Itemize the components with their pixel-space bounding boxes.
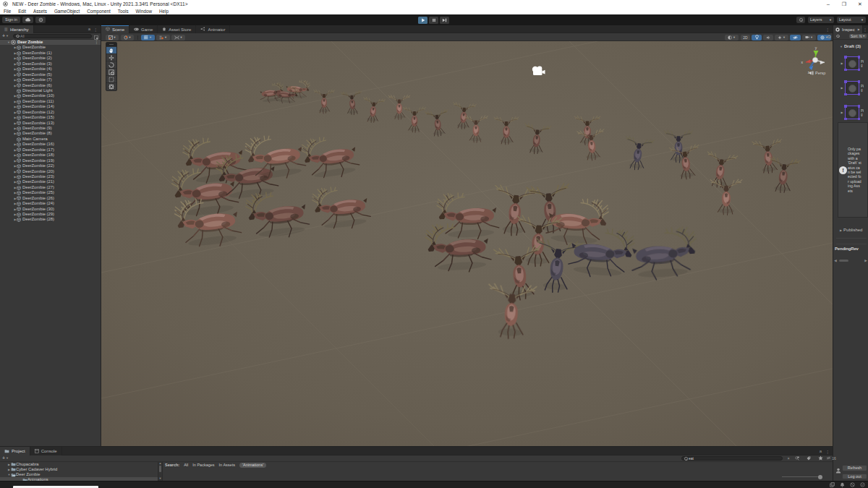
hierarchy-item[interactable]: ▶DeerZombie (14)	[0, 104, 101, 109]
draft-package-item[interactable]: ▶Pkg	[839, 106, 864, 119]
cloud-button[interactable]	[22, 17, 33, 24]
tab-scene[interactable]: Scene	[101, 25, 129, 33]
clear-search-icon[interactable]: ×	[786, 456, 791, 461]
view-tool-button[interactable]	[106, 46, 116, 53]
snap-settings-dropdown[interactable]: ▼	[171, 35, 185, 40]
package-thumbnail[interactable]	[845, 56, 859, 70]
hierarchy-item[interactable]: ▶DeerZombie	[0, 45, 101, 50]
hierarchy-item[interactable]: ▶DeerZombie (5)	[0, 72, 101, 77]
lock-icon[interactable]: a	[88, 27, 90, 31]
hierarchy-item[interactable]: ▶DeerZombie (18)	[0, 153, 101, 158]
settings-button[interactable]	[35, 17, 46, 24]
hierarchy-item[interactable]: ▶DeerZombie (23)	[0, 174, 101, 179]
scene-viewport[interactable]: x y z Persp	[101, 41, 833, 446]
hierarchy-item[interactable]: ▶DeerZombie (30)	[0, 207, 101, 212]
scrollbar-thumb[interactable]	[159, 466, 161, 472]
audio-toggle-button[interactable]	[763, 35, 773, 40]
foldout-arrow-icon[interactable]: ▶	[839, 61, 845, 65]
rect-tool-button[interactable]	[106, 75, 116, 82]
pending-section-header[interactable]: PendingRev	[833, 247, 868, 251]
play-button[interactable]	[418, 17, 427, 24]
menu-component[interactable]: Component	[83, 9, 114, 14]
vertical-scrollbar[interactable]: ▲ ▼	[158, 462, 163, 481]
close-button[interactable]: ✕	[852, 0, 868, 8]
package-thumbnail[interactable]	[845, 106, 859, 119]
layers-dropdown[interactable]: Layers▼	[808, 17, 834, 24]
scroll-up-icon[interactable]: ▲	[158, 462, 162, 465]
favorite-search-icon[interactable]	[816, 455, 825, 461]
hierarchy-item[interactable]: ▶DeerZombie (11)	[0, 99, 101, 104]
hidden-count-button[interactable]: 16	[825, 456, 837, 461]
sort-dropdown[interactable]: Sort: N ▼	[849, 34, 867, 39]
tab-inspector[interactable]: Inspec ▶	[833, 25, 863, 33]
hierarchy-item[interactable]: ▶DeerZombie (27)	[0, 185, 101, 190]
effects-dropdown[interactable]: ▼	[775, 35, 788, 40]
blocked-icon[interactable]	[850, 482, 855, 487]
hierarchy-add-button[interactable]: +▼	[0, 33, 11, 38]
hierarchy-item[interactable]: ▶DeerZombie (25)	[0, 190, 101, 195]
console-stack-icon[interactable]	[830, 482, 835, 487]
2d-toggle-button[interactable]: 2D	[741, 35, 750, 40]
kebab-menu-icon[interactable]: ⋮	[95, 40, 98, 45]
global-search-button[interactable]	[796, 17, 805, 24]
pause-button[interactable]	[429, 17, 438, 24]
draft-package-item[interactable]: ▶Pkg	[839, 81, 864, 95]
hierarchy-item[interactable]: Directional Light	[0, 88, 101, 93]
transform-tool-button[interactable]	[106, 82, 116, 90]
hierarchy-item[interactable]: ▶DeerZombie (7)	[0, 77, 101, 82]
check-circle-icon[interactable]	[860, 482, 865, 487]
hierarchy-item[interactable]: ▶DeerZombie (22)	[0, 163, 101, 168]
snap-increment-dropdown[interactable]: ▼	[156, 35, 170, 40]
menu-file[interactable]: File	[0, 9, 14, 14]
menu-assets[interactable]: Assets	[30, 9, 51, 14]
scene-visibility-button[interactable]	[790, 35, 801, 40]
tab-animator[interactable]: Animator	[196, 25, 230, 33]
draft-section-header[interactable]: ▼ Draft (3)	[833, 44, 868, 48]
hierarchy-item[interactable]: ▶DeerZombie (13)	[0, 121, 101, 126]
refresh-button[interactable]: Refresh	[842, 465, 867, 471]
hierarchy-item[interactable]: ▶DeerZombie (21)	[0, 179, 101, 184]
menu-edit[interactable]: Edit	[14, 9, 30, 14]
hierarchy-item[interactable]: ▶DeerZombie (17)	[0, 147, 101, 153]
hierarchy-item[interactable]: ▶DeerZombie (15)	[0, 115, 101, 120]
rotate-tool-button[interactable]	[106, 61, 116, 68]
hierarchy-item[interactable]: ▶DeerZombie (10)	[0, 93, 101, 98]
tab-hierarchy[interactable]: ☰ Hierarchy	[0, 25, 34, 33]
scroll-down-icon[interactable]: ▼	[158, 477, 162, 480]
tab-scroll-arrow-icon[interactable]: ▶	[858, 27, 860, 31]
scale-tool-button[interactable]	[106, 68, 116, 75]
hierarchy-item[interactable]: ▶DeerZombie (4)	[0, 67, 101, 72]
hierarchy-item[interactable]: Main Camera	[0, 137, 101, 142]
hierarchy-item[interactable]: ▶DeerZombie (20)	[0, 169, 101, 174]
hierarchy-item[interactable]: ▶DeerZombie (1)	[0, 51, 101, 56]
hierarchy-item[interactable]: ▶DeerZombie (2)	[0, 56, 101, 61]
hierarchy-scene-row[interactable]: ▼Deer Zombie⋮	[0, 40, 101, 45]
hierarchy-item[interactable]: ▶DeerZombie (12)	[0, 110, 101, 115]
kebab-menu-icon[interactable]: ⋮	[825, 27, 830, 32]
hierarchy-item[interactable]: ▶DeerZombie (8)	[0, 131, 101, 136]
layout-dropdown[interactable]: Layout▼	[837, 17, 866, 24]
hierarchy-item[interactable]: ▶DeerZombie (9)	[0, 126, 101, 131]
scrollbar-thumb[interactable]	[839, 260, 848, 262]
project-add-button[interactable]: +▼	[0, 455, 11, 461]
scene-search-icon[interactable]	[827, 35, 830, 38]
tab-game[interactable]: Game	[129, 25, 158, 33]
menu-window[interactable]: Window	[132, 9, 156, 14]
tab-console[interactable]: Console	[30, 447, 62, 455]
menu-gameobject[interactable]: GameObject	[51, 9, 83, 14]
project-zoom-slider[interactable]	[782, 476, 822, 478]
tab-asset-store[interactable]: Asset Store	[158, 25, 196, 33]
project-tree-item[interactable]: ▶Cyber Cadaver Hybrid	[0, 467, 158, 472]
move-tool-button[interactable]	[106, 53, 116, 61]
sign-in-button[interactable]: Sign in	[2, 17, 20, 24]
kebab-menu-icon[interactable]: ⋮	[863, 27, 867, 32]
project-tree-item[interactable]: ▶Chupacabra	[0, 462, 158, 467]
tool-settings-dropdown[interactable]: ▼	[106, 35, 119, 40]
horizontal-scrollbar[interactable]: ◀ ▶	[833, 258, 868, 263]
hierarchy-item[interactable]: ▶DeerZombie (19)	[0, 158, 101, 163]
maximize-button[interactable]: ❐	[836, 0, 852, 8]
lock-icon[interactable]: a	[820, 449, 822, 453]
shading-mode-dropdown[interactable]: ▼	[725, 35, 739, 40]
grid-snapping-dropdown[interactable]: ▼	[141, 35, 155, 40]
foldout-arrow-icon[interactable]: ▶	[839, 111, 845, 114]
